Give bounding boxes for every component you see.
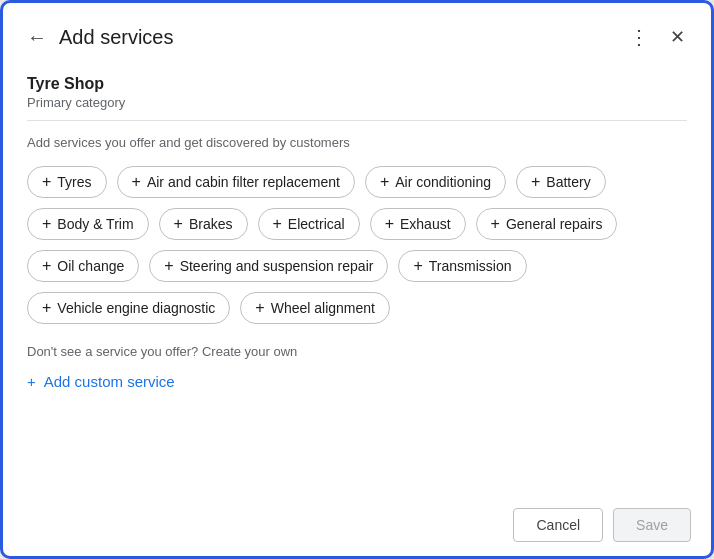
service-chip[interactable]: +Electrical xyxy=(258,208,360,240)
save-button[interactable]: Save xyxy=(613,508,691,542)
back-icon: ← xyxy=(27,26,47,49)
more-icon: ⋮ xyxy=(629,25,650,49)
chip-plus-icon: + xyxy=(273,216,282,232)
service-chip[interactable]: +Air conditioning xyxy=(365,166,506,198)
chip-plus-icon: + xyxy=(42,258,51,274)
chip-plus-icon: + xyxy=(491,216,500,232)
cancel-button[interactable]: Cancel xyxy=(513,508,603,542)
dialog-header: ← Add services ⋮ ✕ xyxy=(3,3,711,67)
chip-label: Exhaust xyxy=(400,216,451,232)
chip-label: Wheel alignment xyxy=(271,300,375,316)
chip-label: Vehicle engine diagnostic xyxy=(57,300,215,316)
chip-plus-icon: + xyxy=(380,174,389,190)
chip-label: Electrical xyxy=(288,216,345,232)
header-actions: ⋮ ✕ xyxy=(623,19,691,55)
shop-name: Tyre Shop xyxy=(27,75,687,93)
service-chip[interactable]: +Air and cabin filter replacement xyxy=(117,166,355,198)
service-chip[interactable]: +Wheel alignment xyxy=(240,292,390,324)
chip-plus-icon: + xyxy=(164,258,173,274)
chip-plus-icon: + xyxy=(132,174,141,190)
close-icon: ✕ xyxy=(670,26,685,48)
chip-label: Air conditioning xyxy=(395,174,491,190)
service-chip[interactable]: +Battery xyxy=(516,166,606,198)
chip-plus-icon: + xyxy=(174,216,183,232)
chip-label: Battery xyxy=(546,174,590,190)
chip-plus-icon: + xyxy=(42,174,51,190)
chip-plus-icon: + xyxy=(385,216,394,232)
chip-plus-icon: + xyxy=(42,216,51,232)
divider xyxy=(27,120,687,121)
dialog-content: Tyre Shop Primary category Add services … xyxy=(3,67,711,496)
chip-plus-icon: + xyxy=(531,174,540,190)
add-custom-plus-icon: + xyxy=(27,373,36,390)
service-chip[interactable]: +Oil change xyxy=(27,250,139,282)
service-chip[interactable]: +Steering and suspension repair xyxy=(149,250,388,282)
chip-plus-icon: + xyxy=(255,300,264,316)
chip-label: Tyres xyxy=(57,174,91,190)
service-chips-container: +Tyres+Air and cabin filter replacement+… xyxy=(27,166,687,324)
service-chip[interactable]: +Transmission xyxy=(398,250,526,282)
services-subtitle: Add services you offer and get discovere… xyxy=(27,135,687,150)
chip-label: Transmission xyxy=(429,258,512,274)
back-button[interactable]: ← xyxy=(23,22,51,53)
more-options-button[interactable]: ⋮ xyxy=(623,19,656,55)
chip-plus-icon: + xyxy=(42,300,51,316)
shop-category: Primary category xyxy=(27,95,687,110)
service-chip[interactable]: +Body & Trim xyxy=(27,208,149,240)
dialog: ← Add services ⋮ ✕ Tyre Shop Primary cat… xyxy=(0,0,714,559)
custom-service-hint: Don't see a service you offer? Create yo… xyxy=(27,344,687,359)
dialog-footer: Cancel Save xyxy=(3,496,711,556)
chip-label: Oil change xyxy=(57,258,124,274)
chip-label: Body & Trim xyxy=(57,216,133,232)
service-chip[interactable]: +Exhaust xyxy=(370,208,466,240)
add-custom-service-button[interactable]: + Add custom service xyxy=(27,369,175,394)
chip-label: Air and cabin filter replacement xyxy=(147,174,340,190)
chip-label: Brakes xyxy=(189,216,233,232)
page-title: Add services xyxy=(59,26,623,49)
add-custom-service-label: Add custom service xyxy=(44,373,175,390)
custom-service-section: Don't see a service you offer? Create yo… xyxy=(27,344,687,404)
chip-plus-icon: + xyxy=(413,258,422,274)
service-chip[interactable]: +General repairs xyxy=(476,208,618,240)
service-chip[interactable]: +Vehicle engine diagnostic xyxy=(27,292,230,324)
service-chip[interactable]: +Brakes xyxy=(159,208,248,240)
close-button[interactable]: ✕ xyxy=(664,20,691,54)
chip-label: Steering and suspension repair xyxy=(180,258,374,274)
service-chip[interactable]: +Tyres xyxy=(27,166,107,198)
chip-label: General repairs xyxy=(506,216,603,232)
